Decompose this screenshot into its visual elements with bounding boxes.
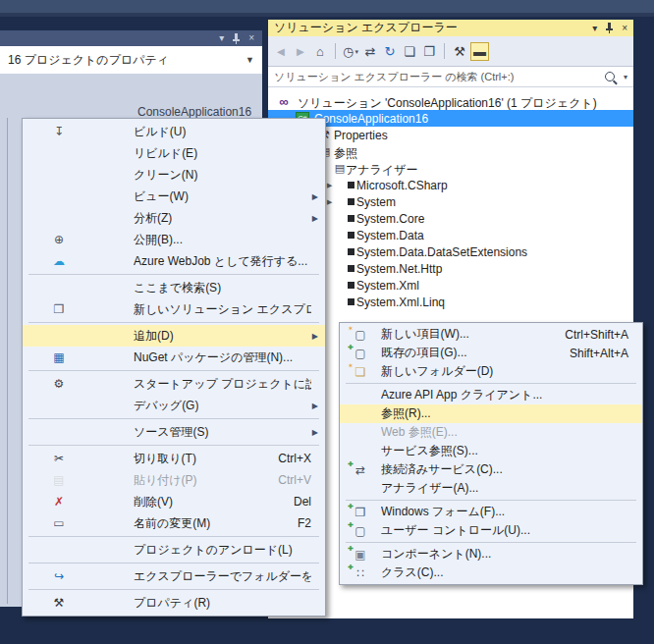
menu-item[interactable]: リビルド(E) (23, 142, 325, 164)
preview-selected-items-icon[interactable]: ❐ (420, 41, 438, 61)
component-icon: ▣✚ (352, 546, 369, 564)
menu-separator (346, 500, 636, 501)
menu-item[interactable]: ∷✚クラス(C)... (340, 564, 642, 582)
menu-item[interactable]: ここまで検索(S) (23, 277, 325, 298)
add-submenu: ▢✶新しい項目(W)...Ctrl+Shift+A▢✚既存の項目(G)...Sh… (339, 322, 643, 585)
icon-placeholder (50, 397, 68, 414)
menu-item[interactable]: ⇄✚接続済みサービス(C)... (340, 460, 642, 479)
properties-tool-icon-glyph: ⚒ (454, 45, 465, 58)
menu-item[interactable]: ☁Azure WebJob として発行する... (23, 250, 325, 272)
menu-item-label: Web 参照(E)... (381, 424, 458, 441)
menu-item[interactable]: デバッグ(G)▶ (23, 395, 325, 416)
menu-item[interactable]: 参照(R)... (340, 404, 642, 423)
menu-item-label: Windows フォーム(F)... (381, 504, 505, 520)
open-folder-in-explorer-icon: ↪ (50, 567, 68, 585)
menu-item[interactable]: Web 参照(E)... (340, 423, 642, 442)
menu-item[interactable]: ⊕公開(B)... (23, 229, 325, 250)
menu-separator (28, 418, 319, 419)
icon-placeholder (50, 188, 68, 205)
refresh-icon[interactable]: ↻ (381, 41, 399, 61)
menu-item[interactable]: ▭名前の変更(M)F2 (23, 512, 325, 534)
properties-icon: ⚒ (50, 594, 68, 612)
paste-icon: ▤ (50, 471, 68, 489)
menu-item[interactable]: ▤貼り付け(P)Ctrl+V (23, 469, 325, 491)
forward-icon-glyph: ► (295, 45, 307, 58)
menu-item[interactable]: ✗削除(V)Del (23, 491, 325, 512)
menu-item[interactable]: ▢✚ユーザー コントロール(U)... (340, 521, 642, 540)
window-menu-icon[interactable]: ▾ (219, 33, 224, 43)
tree-item-label: ConsoleApplication16 (314, 112, 428, 126)
close-icon[interactable]: × (248, 33, 254, 43)
expander-arrow-icon[interactable]: ▶ (327, 182, 332, 189)
top-band-divider (0, 13, 654, 17)
menu-item[interactable]: サービス参照(S)... (340, 442, 642, 460)
pin-icon[interactable] (232, 33, 241, 44)
tree-item-label: System (356, 195, 396, 209)
menu-item[interactable]: ↧ビルド(U) (23, 121, 325, 142)
menu-separator (28, 274, 319, 275)
menu-item[interactable]: ✂切り取り(T)Ctrl+X (23, 448, 325, 469)
menu-item[interactable]: Azure API App クライアント... (340, 386, 642, 404)
menu-item[interactable]: プロジェクトのアンロード(L) (23, 539, 325, 561)
expander-arrow-icon[interactable]: ▶ (327, 198, 332, 206)
solution-explorer-toolbar: ◄►⌂◷▾⇄↻❏❐⚒▬ (268, 36, 633, 67)
tree-item-label: System.Xml.Linq (356, 295, 445, 309)
menu-item[interactable]: ▦NuGet パッケージの管理(N)... (23, 347, 325, 368)
window-menu-icon[interactable]: ▾ (592, 24, 597, 33)
collapse-all-icon[interactable]: ❏ (401, 41, 418, 61)
tree-item[interactable]: ∞ソリューション 'ConsoleApplication16' (1 プロジェク… (268, 93, 633, 110)
menu-item-label: ソース管理(S) (134, 424, 209, 441)
menu-item-shortcut: Ctrl+X (278, 452, 325, 465)
submenu-arrow-icon: ▶ (312, 332, 318, 341)
icon-placeholder (352, 443, 369, 460)
menu-item[interactable]: アナライザー(A)... (340, 479, 642, 498)
pin-icon[interactable] (605, 23, 614, 33)
set-startup-project-icon: ⚙ (50, 375, 68, 393)
existing-item-icon: ▢✚ (352, 345, 369, 362)
menu-item-label: 参照(R)... (381, 405, 431, 422)
menu-item-label: ここまで検索(S) (134, 280, 221, 296)
search-input[interactable] (274, 71, 605, 82)
chevron-down-icon[interactable]: ▾ (624, 73, 627, 81)
sync-with-active-document-icon[interactable]: ⇄ (361, 41, 379, 61)
menu-item[interactable]: ビュー(W)▶ (23, 186, 325, 207)
menu-item[interactable]: クリーン(N) (23, 164, 325, 186)
forward-icon[interactable]: ► (292, 41, 309, 61)
icon-placeholder (50, 327, 68, 345)
menu-item-label: サービス参照(S)... (381, 443, 478, 459)
menu-item[interactable]: 追加(D)▶ (23, 325, 325, 347)
refresh-icon-glyph: ↻ (385, 45, 396, 58)
close-icon[interactable]: × (622, 24, 627, 33)
menu-item[interactable]: ⚙スタートアップ プロジェクトに設定(A) (23, 373, 325, 395)
properties-context-dropdown[interactable]: 16 プロジェクトのプロパティ ▼ (0, 46, 262, 74)
menu-item[interactable]: ❐✚Windows フォーム(F)... (340, 503, 642, 521)
new-solution-explorer-view-icon: ❐ (50, 300, 68, 318)
icon-placeholder (50, 423, 68, 441)
connected-service-icon: ⇄✚ (352, 461, 369, 479)
properties-grid-line (7, 118, 8, 604)
solution-icon: ∞ (276, 94, 292, 109)
chevron-down-icon: ▼ (245, 55, 254, 65)
show-all-files-toggle-icon[interactable]: ▬ (470, 42, 489, 61)
pending-changes-filter-icon-glyph: ◷ (343, 45, 354, 58)
menu-item-label: プロジェクトのアンロード(L) (134, 542, 293, 559)
menu-item[interactable]: 分析(Z)▶ (23, 207, 325, 229)
menu-item[interactable]: ▢✶新しい項目(W)...Ctrl+Shift+A (340, 325, 642, 344)
home-icon-glyph: ⌂ (316, 45, 324, 58)
menu-item[interactable]: ❏✶新しいフォルダー(D) (340, 362, 642, 381)
menu-item[interactable]: ❐新しいソリューション エクスプローラーのビュー(N) (23, 298, 325, 320)
menu-item[interactable]: ▣✚コンポーネント(N)... (340, 545, 642, 564)
submenu-arrow-icon: ▶ (312, 214, 318, 223)
properties-tool-icon[interactable]: ⚒ (451, 41, 468, 61)
back-icon[interactable]: ◄ (272, 41, 290, 61)
menu-item[interactable]: ⚒プロパティ(R) (23, 592, 325, 614)
menu-item[interactable]: ▢✚既存の項目(G)...Shift+Alt+A (340, 344, 642, 362)
home-icon[interactable]: ⌂ (311, 41, 329, 61)
menu-item[interactable]: ↪エクスプローラーでフォルダーを開く(X) (23, 565, 325, 587)
search-icon[interactable] (605, 72, 615, 81)
menu-item[interactable]: ソース管理(S)▶ (23, 421, 325, 443)
pending-changes-filter-icon[interactable]: ◷▾ (342, 41, 359, 61)
menu-item-label: 追加(D) (134, 328, 174, 345)
menu-item-label: ユーザー コントロール(U)... (381, 522, 530, 539)
chevron-down-icon: ▾ (354, 45, 358, 58)
